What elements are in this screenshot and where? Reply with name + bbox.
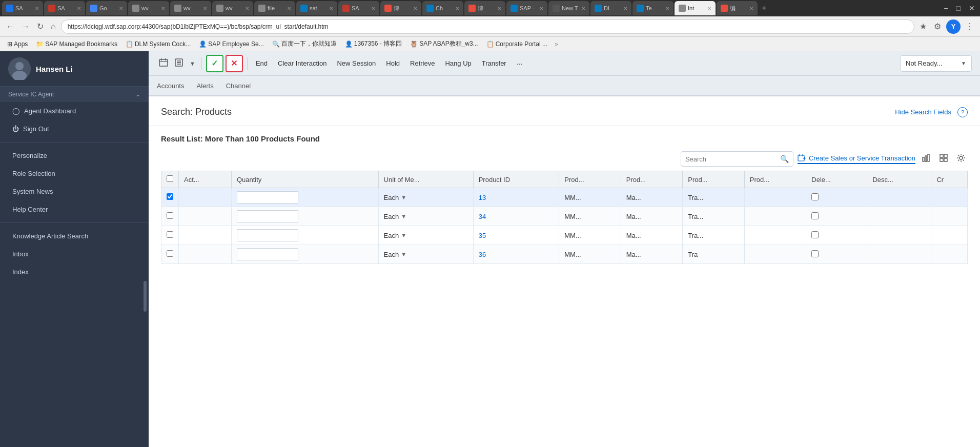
- reject-button[interactable]: ✕: [226, 55, 243, 72]
- more-options-button[interactable]: ···: [513, 57, 527, 70]
- bookmark-dlm[interactable]: 📋 DLM System Cock...: [122, 39, 194, 49]
- sidebar-item-role-selection[interactable]: Role Selection: [0, 165, 149, 182]
- tab-close-sap-dash[interactable]: ✕: [539, 6, 543, 11]
- accept-button[interactable]: ✓: [206, 55, 223, 72]
- address-bar[interactable]: [61, 19, 914, 34]
- row-checkbox[interactable]: [167, 231, 173, 238]
- tab-close-sa-crm[interactable]: ✕: [371, 6, 375, 11]
- tab-sa-1[interactable]: SA ✕: [2, 1, 43, 15]
- select-all-checkbox[interactable]: [167, 175, 173, 182]
- tab-close-te[interactable]: ✕: [665, 6, 669, 11]
- new-session-button[interactable]: New Session: [333, 57, 380, 69]
- quantity-input[interactable]: [237, 248, 298, 260]
- sidebar-item-sign-out[interactable]: ⏻ Sign Out: [0, 120, 149, 138]
- tab-go[interactable]: Go ✕: [86, 1, 127, 15]
- row-checkbox[interactable]: [167, 212, 173, 219]
- bar-chart-icon[interactable]: [920, 152, 933, 166]
- product-id-link[interactable]: 34: [479, 213, 486, 220]
- list-icon-button[interactable]: [172, 56, 186, 71]
- home-button[interactable]: ⌂: [49, 20, 58, 33]
- product-id-link[interactable]: 36: [479, 251, 486, 258]
- tab-close-sa-1[interactable]: ✕: [35, 6, 39, 11]
- tab-close-ch[interactable]: ✕: [455, 6, 459, 11]
- tab-close-int[interactable]: ✕: [707, 6, 711, 11]
- minimize-button[interactable]: −: [941, 4, 951, 12]
- bookmark-1367356[interactable]: 👤 1367356 - 博客园: [342, 38, 405, 49]
- hide-search-fields-link[interactable]: Hide Search Fields: [895, 108, 951, 116]
- end-button[interactable]: End: [252, 57, 272, 69]
- delete-checkbox[interactable]: [811, 231, 819, 238]
- unit-chevron-icon[interactable]: ▼: [401, 194, 406, 200]
- create-transaction-button[interactable]: Create Sales or Service Transaction: [798, 154, 915, 164]
- sidebar-item-system-news[interactable]: System News: [0, 182, 149, 200]
- tab-close-sat[interactable]: ✕: [329, 6, 333, 11]
- delete-checkbox[interactable]: [811, 250, 819, 257]
- delete-checkbox[interactable]: [811, 193, 819, 200]
- bookmark-sap-abap[interactable]: 🦉 SAP ABAP教程_w3...: [407, 38, 481, 49]
- retrieve-button[interactable]: Retrieve: [406, 57, 439, 69]
- bookmark-sap-managed[interactable]: 📁 SAP Managed Bookmarks: [33, 39, 120, 49]
- tab-sa-2[interactable]: SA ✕: [44, 1, 85, 15]
- sidebar-item-personalize[interactable]: Personalize: [0, 147, 149, 165]
- delete-checkbox[interactable]: [811, 212, 819, 219]
- sidebar-item-help-center[interactable]: Help Center: [0, 200, 149, 218]
- tab-file[interactable]: file ✕: [254, 1, 295, 15]
- tab-bo-2[interactable]: 博 ✕: [464, 1, 505, 15]
- table-settings-icon[interactable]: [954, 152, 968, 166]
- extensions-button[interactable]: ⚙: [932, 19, 943, 33]
- tab-channel[interactable]: Channel: [226, 78, 251, 94]
- forward-button[interactable]: →: [19, 20, 32, 33]
- table-search-icon[interactable]: 🔍: [780, 155, 789, 163]
- new-tab-button[interactable]: +: [759, 4, 769, 13]
- tab-close-bo-2[interactable]: ✕: [497, 6, 501, 11]
- tab-alerts[interactable]: Alerts: [196, 78, 213, 94]
- tab-close-wv-1[interactable]: ✕: [161, 6, 165, 11]
- tab-close-new-t[interactable]: ✕: [581, 6, 585, 11]
- tab-close-bo-1[interactable]: ✕: [413, 6, 417, 11]
- bookmark-star-button[interactable]: ★: [917, 19, 929, 33]
- tab-int-active[interactable]: Int ✕: [675, 1, 716, 15]
- reload-button[interactable]: ↻: [35, 19, 46, 33]
- profile-button[interactable]: Y: [946, 19, 961, 34]
- bookmarks-more[interactable]: »: [555, 40, 558, 48]
- tab-close-wv-3[interactable]: ✕: [245, 6, 249, 11]
- tab-new-t[interactable]: New T ✕: [548, 1, 589, 15]
- calendar-icon-button[interactable]: [157, 56, 170, 71]
- help-circle-button[interactable]: ?: [957, 107, 968, 117]
- chrome-menu-button[interactable]: ⋮: [964, 19, 976, 33]
- tab-te[interactable]: Te ✕: [632, 1, 673, 15]
- tab-sap-dash[interactable]: SAP - ✕: [506, 1, 547, 15]
- tab-close-sa-2[interactable]: ✕: [77, 6, 81, 11]
- bookmark-corporate-portal[interactable]: 📋 Corporate Portal ...: [483, 39, 550, 49]
- bookmark-apps[interactable]: ⊞ Apps: [4, 39, 31, 49]
- tab-close-edit[interactable]: ✕: [749, 6, 753, 11]
- quantity-input[interactable]: [237, 229, 298, 241]
- transfer-button[interactable]: Transfer: [478, 57, 511, 69]
- table-search-input[interactable]: [685, 155, 778, 163]
- table-search-box[interactable]: 🔍: [681, 151, 793, 167]
- sidebar-item-inbox[interactable]: Inbox: [0, 245, 149, 263]
- close-window-button[interactable]: ✕: [966, 4, 978, 12]
- tab-close-go[interactable]: ✕: [119, 6, 123, 11]
- hold-button[interactable]: Hold: [382, 57, 404, 69]
- status-dropdown[interactable]: Not Ready... ▼: [900, 55, 972, 72]
- grid-icon[interactable]: [937, 152, 950, 166]
- sidebar-item-knowledge-article-search[interactable]: Knowledge Article Search: [0, 227, 149, 245]
- tab-close-wv-2[interactable]: ✕: [203, 6, 207, 11]
- sidebar-item-index[interactable]: Index: [0, 263, 149, 281]
- clear-interaction-button[interactable]: Clear Interaction: [274, 57, 331, 69]
- back-button[interactable]: ←: [4, 20, 16, 33]
- tab-sa-crm[interactable]: SA ✕: [338, 1, 379, 15]
- tab-wv-2[interactable]: wv ✕: [170, 1, 211, 15]
- list-chevron-button[interactable]: ▼: [188, 58, 197, 69]
- row-checkbox[interactable]: [167, 193, 173, 200]
- tab-accounts[interactable]: Accounts: [157, 78, 184, 94]
- row-checkbox[interactable]: [167, 250, 173, 257]
- bookmark-baidu[interactable]: 🔍 百度一下，你就知道: [269, 38, 340, 49]
- product-id-link[interactable]: 35: [479, 232, 486, 239]
- product-id-link[interactable]: 13: [479, 194, 486, 201]
- role-chevron-icon[interactable]: ⌄: [135, 91, 140, 98]
- maximize-button[interactable]: □: [953, 4, 964, 12]
- tab-close-dl[interactable]: ✕: [623, 6, 627, 11]
- quantity-input[interactable]: [237, 210, 298, 222]
